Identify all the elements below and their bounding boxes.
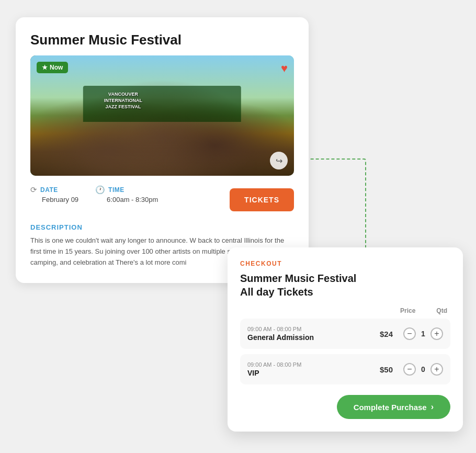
vip-time: 09:00 AM - 08:00 PM	[247, 361, 373, 368]
event-title: Summer Music Festival	[30, 32, 294, 48]
time-meta: 🕐 TIME 6:00am - 8:30pm	[95, 185, 158, 203]
date-meta: ⟳ DATE February 09	[30, 185, 78, 203]
star-icon: ★	[42, 64, 48, 71]
checkout-table-header: Price Qtd	[240, 307, 450, 314]
complete-purchase-button[interactable]: Complete Purchase ›	[337, 395, 450, 419]
now-badge-label: Now	[50, 64, 63, 71]
date-value: February 09	[30, 196, 78, 203]
time-icon-row: 🕐 TIME	[95, 185, 158, 195]
festival-line2: INTERNATIONAL	[104, 98, 142, 103]
ticket-row-vip: 09:00 AM - 08:00 PM VIP $50 − 0 +	[240, 354, 450, 384]
time-label: TIME	[108, 186, 124, 194]
ticket-row-general: 09:00 AM - 08:00 PM General Admission $2…	[240, 319, 450, 349]
festival-text-overlay: VANCOUVER INTERNATIONAL JAZZ FESTIVAL	[104, 92, 142, 110]
event-meta: ⟳ DATE February 09 🕐 TIME 6:00am - 8:30p…	[30, 185, 158, 203]
festival-line1: VANCOUVER	[108, 92, 138, 97]
general-time: 09:00 AM - 08:00 PM	[247, 326, 373, 332]
ticket-info-vip: 09:00 AM - 08:00 PM VIP	[247, 361, 373, 377]
description-label: DESCRIPTION	[30, 223, 294, 231]
event-image-wrap: VANCOUVER INTERNATIONAL JAZZ FESTIVAL ★ …	[30, 55, 294, 176]
general-name: General Admission	[247, 333, 373, 342]
event-image: VANCOUVER INTERNATIONAL JAZZ FESTIVAL	[30, 55, 294, 176]
vip-decrement-button[interactable]: −	[403, 363, 416, 376]
date-label: DATE	[40, 186, 58, 194]
checkout-ticket-type: All day Tickets	[240, 286, 313, 298]
share-button[interactable]: ↪	[270, 152, 288, 169]
complete-purchase-label: Complete Purchase	[354, 403, 427, 412]
tickets-button[interactable]: TICKETS	[230, 188, 294, 211]
vip-price: $50	[373, 365, 393, 374]
now-badge: ★ Now	[37, 62, 68, 73]
general-price: $24	[373, 330, 393, 338]
general-qty-control: − 1 +	[403, 327, 443, 340]
event-meta-row: ⟳ DATE February 09 🕐 TIME 6:00am - 8:30p…	[30, 185, 294, 214]
vip-increment-button[interactable]: +	[430, 363, 443, 376]
time-value: 6:00am - 8:30pm	[95, 196, 158, 203]
clock-icon: 🕐	[95, 185, 105, 195]
col-qty-header: Qtd	[436, 307, 447, 314]
festival-line3: JAZZ FESTIVAL	[106, 104, 141, 109]
arrow-right-icon: ›	[431, 402, 434, 412]
complete-btn-container: Complete Purchase ›	[240, 390, 450, 419]
general-increment-button[interactable]: +	[430, 327, 443, 340]
date-icon-row: ⟳ DATE	[30, 185, 78, 195]
share-icon: ↪	[276, 156, 282, 166]
checkout-title: Summer Music Festival All day Tickets	[240, 271, 450, 299]
event-card: Summer Music Festival VANCOUVER INTERNAT…	[16, 17, 309, 283]
checkout-card: CHECKOUT Summer Music Festival All day T…	[228, 247, 463, 432]
general-qty-value: 1	[420, 330, 426, 338]
general-decrement-button[interactable]: −	[403, 327, 416, 340]
calendar-icon: ⟳	[30, 185, 37, 195]
favorite-button[interactable]: ♥	[281, 62, 288, 75]
vip-qty-control: − 0 +	[403, 363, 443, 376]
ticket-info-general: 09:00 AM - 08:00 PM General Admission	[247, 326, 373, 342]
col-price-header: Price	[400, 307, 415, 314]
vip-qty-value: 0	[420, 365, 426, 373]
checkout-event-name: Summer Music Festival	[240, 273, 356, 284]
vip-name: VIP	[247, 369, 373, 377]
checkout-label: CHECKOUT	[240, 260, 450, 267]
